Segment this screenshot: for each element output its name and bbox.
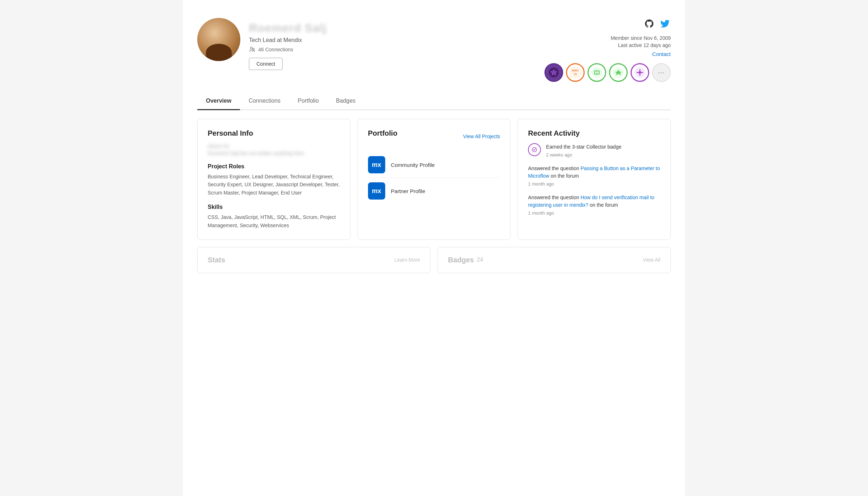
badge-activity-time: 2 weeks ago	[546, 152, 660, 158]
badges-card: Badges 24 View All	[438, 247, 671, 273]
contact-link[interactable]: Contact	[652, 51, 671, 57]
badge-more[interactable]: ···	[652, 63, 671, 82]
project-roles-content: Business Engineer, Lead Developer, Techn…	[208, 173, 340, 197]
badges-section-title: Badges	[448, 256, 474, 264]
tab-connections[interactable]: Connections	[240, 93, 289, 110]
tab-overview[interactable]: Overview	[197, 93, 240, 110]
profile-title: Tech Lead at Mendix	[249, 37, 327, 43]
badge-green1[interactable]	[588, 63, 606, 82]
partner-profile-name: Partner Profile	[391, 188, 425, 194]
github-icon[interactable]	[643, 18, 655, 29]
twitter-icon[interactable]	[659, 18, 671, 29]
svg-text:'21: '21	[574, 73, 577, 75]
activity-item-badge: Earned the 3-star Collector badge 2 week…	[528, 143, 660, 158]
about-label-blurred: About me	[208, 143, 340, 149]
question1-activity-text: Answered the question Passing a Button a…	[528, 165, 660, 180]
profile-connections: 46 Connections	[249, 46, 327, 53]
badges-count: 24	[477, 257, 483, 263]
badges-view-all-link[interactable]: View All	[643, 257, 660, 263]
stats-card: Stats Learn More	[197, 247, 430, 273]
view-all-projects-link[interactable]: View All Projects	[463, 134, 500, 139]
svg-point-15	[638, 71, 641, 74]
personal-info-title: Personal Info	[208, 129, 340, 137]
member-since: Member since Nov 6, 2009	[544, 35, 671, 41]
svg-rect-9	[594, 70, 600, 75]
portfolio-item-community[interactable]: mx Community Profile	[368, 152, 500, 178]
svg-rect-10	[595, 71, 596, 74]
tab-portfolio[interactable]: Portfolio	[289, 93, 327, 110]
badge-activity-text: Earned the 3-star Collector badge	[546, 143, 660, 151]
svg-point-4	[552, 71, 556, 74]
recent-activity-title: Recent Activity	[528, 129, 660, 137]
tabs-container: Overview Connections Portfolio Badges	[197, 93, 671, 110]
badge-ellipsis: ···	[658, 69, 665, 76]
question2-activity-text: Answered the question How do I send veri…	[528, 194, 660, 209]
stats-title: Stats	[208, 256, 225, 264]
project-roles-label: Project Roles	[208, 163, 340, 170]
activity-item-question2: Answered the question How do I send veri…	[528, 194, 660, 216]
collector-badge-icon	[528, 143, 541, 156]
badge-expert[interactable]	[544, 63, 563, 82]
recent-activity-card: Recent Activity Earned the 3-star Collec…	[518, 119, 671, 240]
partner-profile-logo: mx	[368, 182, 385, 200]
connections-icon	[249, 46, 255, 53]
portfolio-card: Portfolio View All Projects mx Community…	[358, 119, 511, 240]
badge-purple-light[interactable]	[631, 63, 649, 82]
connect-button[interactable]: Connect	[249, 58, 283, 70]
skills-content: CSS, Java, JavaScript, HTML, SQL, XML, S…	[208, 213, 340, 229]
question1-link[interactable]: Passing a Button as a Parameter to Micro…	[528, 165, 660, 179]
about-content-blurred: Roemerd Salj has not written anything he…	[208, 150, 340, 156]
question2-link[interactable]: How do I send verification mail to regis…	[528, 195, 654, 208]
profile-name: Roemerd Salj	[249, 22, 327, 35]
badge-mxu[interactable]: MXU '21	[566, 63, 585, 82]
svg-point-0	[250, 47, 253, 49]
portfolio-item-partner[interactable]: mx Partner Profile	[368, 178, 500, 204]
svg-rect-11	[597, 71, 599, 74]
question1-activity-time: 1 month ago	[528, 181, 660, 187]
connections-count: 46 Connections	[258, 47, 293, 52]
portfolio-title: Portfolio	[368, 129, 397, 137]
community-profile-logo: mx	[368, 156, 385, 173]
svg-text:MXU: MXU	[572, 69, 579, 72]
svg-point-1	[253, 48, 255, 50]
personal-info-card: Personal Info About me Roemerd Salj has …	[197, 119, 350, 240]
community-profile-name: Community Profile	[391, 162, 435, 168]
last-active: Last active 12 days ago	[544, 42, 671, 48]
stats-learn-more-link[interactable]: Learn More	[394, 257, 420, 263]
badge-green2[interactable]	[609, 63, 628, 82]
tab-badges[interactable]: Badges	[327, 93, 364, 110]
skills-label: Skills	[208, 204, 340, 210]
question2-activity-time: 1 month ago	[528, 210, 660, 216]
avatar	[197, 18, 240, 61]
svg-point-5	[569, 66, 581, 79]
activity-item-question1: Answered the question Passing a Button a…	[528, 165, 660, 187]
